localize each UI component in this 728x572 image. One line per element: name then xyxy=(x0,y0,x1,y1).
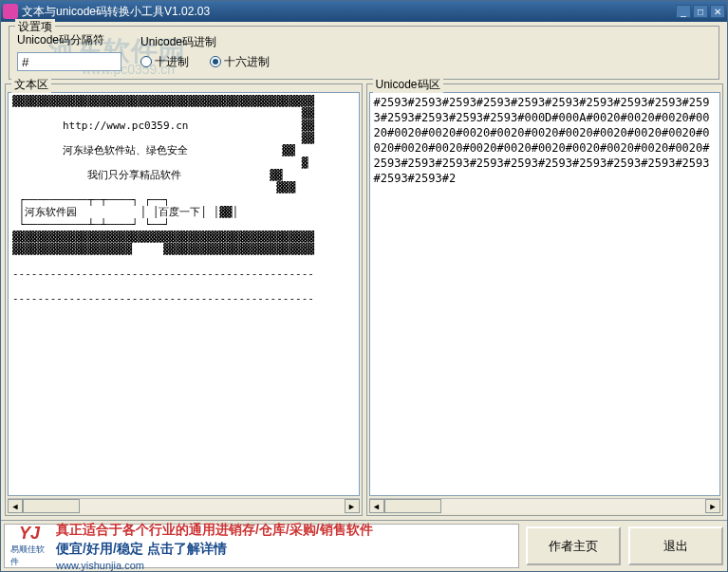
scroll-track[interactable] xyxy=(23,499,345,513)
unicode-output-area[interactable]: #2593#2593#2593#2593#2593#2593#2593#2593… xyxy=(370,93,720,495)
maximize-button[interactable]: □ xyxy=(693,5,708,18)
scroll-right-button[interactable]: ► xyxy=(705,499,720,513)
ad-headline: 真正适合于各个行业的通用进销存/仓库/采购/销售软件 xyxy=(56,522,373,539)
ad-url: www.yishunjia.com xyxy=(56,560,373,571)
ad-logo-icon: YJ xyxy=(19,524,40,544)
radio-decimal[interactable]: 十进制 xyxy=(140,54,189,70)
radio-hexadecimal[interactable]: 十六进制 xyxy=(210,54,270,70)
window-title: 文本与unicode码转换小工具V1.02.03 xyxy=(22,4,676,20)
text-panel: 文本区 ▓▓▓▓▓▓▓▓▓▓▓▓▓▓▓▓▓▓▓▓▓▓▓▓▓▓▓▓▓▓▓▓▓▓▓▓… xyxy=(5,83,363,516)
minimize-button[interactable]: _ xyxy=(676,5,691,18)
text-input-area[interactable]: ▓▓▓▓▓▓▓▓▓▓▓▓▓▓▓▓▓▓▓▓▓▓▓▓▓▓▓▓▓▓▓▓▓▓▓▓▓▓▓▓… xyxy=(9,93,359,495)
radio-decimal-label: 十进制 xyxy=(155,54,189,70)
exit-button[interactable]: 退出 xyxy=(628,526,723,565)
separator-input[interactable] xyxy=(17,52,121,71)
unicode-panel: Unicode码区 #2593#2593#2593#2593#2593#2593… xyxy=(366,83,724,516)
close-button[interactable]: ✕ xyxy=(710,5,725,18)
titlebar: 文本与unicode码转换小工具V1.02.03 _ □ ✕ xyxy=(1,1,727,22)
scrollbar-horizontal[interactable]: ◄ ► xyxy=(369,498,721,513)
app-icon xyxy=(3,4,18,19)
scroll-left-button[interactable]: ◄ xyxy=(8,499,23,513)
author-homepage-button[interactable]: 作者主页 xyxy=(526,526,621,565)
settings-legend: 设置项 xyxy=(15,19,55,35)
scroll-thumb[interactable] xyxy=(23,499,80,513)
scroll-left-button[interactable]: ◄ xyxy=(369,499,384,513)
advertisement-banner[interactable]: YJ 易顺佳软件 真正适合于各个行业的通用进销存/仓库/采购/销售软件 便宜/好… xyxy=(4,524,519,568)
radio-dot-icon xyxy=(210,56,221,67)
ad-logo-text: 易顺佳软件 xyxy=(10,544,48,568)
unicode-panel-legend: Unicode码区 xyxy=(373,77,443,93)
settings-fieldset: 设置项 Unicode码分隔符 Unicode码进制 十进制 xyxy=(9,26,719,80)
radio-dot-icon xyxy=(140,56,152,67)
scrollbar-horizontal[interactable]: ◄ ► xyxy=(8,498,360,513)
text-panel-legend: 文本区 xyxy=(11,77,51,93)
radio-hex-label: 十六进制 xyxy=(224,54,270,70)
radix-label: Unicode码进制 xyxy=(140,34,270,50)
scroll-track[interactable] xyxy=(384,499,706,513)
ad-subline: 便宜/好用/稳定 点击了解详情 xyxy=(56,541,373,558)
scroll-thumb[interactable] xyxy=(384,499,441,513)
ad-logo: YJ 易顺佳软件 xyxy=(10,527,48,565)
scroll-right-button[interactable]: ► xyxy=(345,499,360,513)
